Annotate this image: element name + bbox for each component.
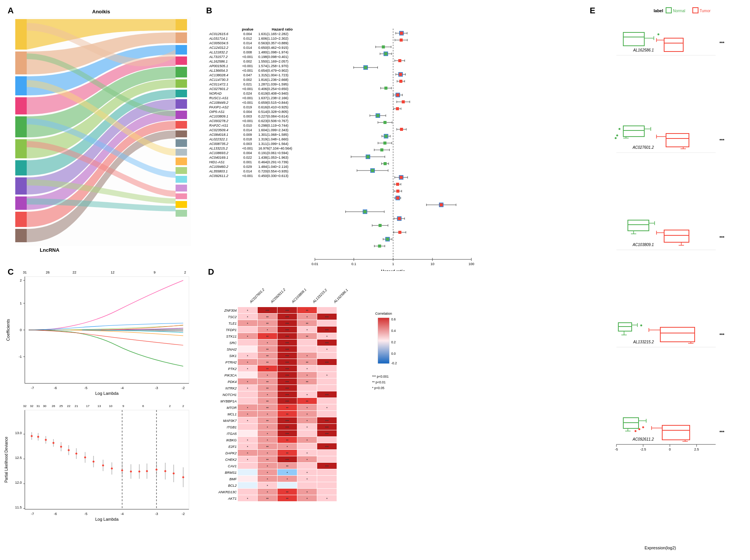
sig-text-17-4: *** [325, 419, 329, 423]
cell-22-4 [317, 450, 337, 456]
row-label-9: PTK2 [228, 367, 237, 371]
table-row: AC092611.2<0.0010.450(0.330~0.613) [208, 174, 307, 178]
bp2-t-box [666, 134, 689, 147]
table-row: AC040169.10.0221.438(1.053~1.963) [208, 155, 307, 160]
fp-point-17 [380, 148, 383, 151]
table-row: AL136654.3<0.0010.654(0.479~0.902) [208, 68, 307, 73]
cell-27-0 [238, 482, 257, 488]
sig-text-11-3: ** [306, 380, 308, 384]
row-label-2: TLE1 [228, 322, 237, 325]
fp-point-22 [396, 183, 399, 186]
bp5-t-out3 [635, 430, 637, 432]
panel-c-label: C [8, 267, 14, 277]
x-tick-label-m5: -5 [615, 447, 618, 451]
boxplot-ac092611: AC092611.2 * [615, 418, 725, 451]
e-legend-tumor-box [693, 8, 698, 13]
dp-3 [45, 439, 47, 441]
dev-x-tick-4: -4 [121, 512, 124, 516]
gene-label-5: AC092611.2 [632, 437, 654, 441]
sig-text-1-4: *** [325, 315, 329, 319]
forest-plot: 0.01 0.1 1 10 100 [307, 15, 584, 275]
sankey-right-nodes [176, 19, 187, 217]
sankey-left-nodes [15, 19, 27, 242]
sankey-node-8 [15, 177, 27, 195]
lncrna-label: LncRNA [40, 247, 60, 253]
sankey-rnode-10 [176, 121, 187, 129]
dev-x-tick-6: -2 [182, 512, 185, 516]
panel-a-svg: Anoikis LncRNA [4, 4, 198, 256]
fp-point-7 [399, 80, 402, 83]
table-row: AL121832.20.0081.480(1.098~1.974) [208, 50, 307, 55]
table-row: AC108693.20.0040.191(0.061~0.594) [208, 151, 307, 155]
cell-18-0 [238, 424, 257, 430]
sig-text-23-2: *** [285, 458, 289, 462]
fp-point-28 [379, 224, 382, 227]
gene-label-2: AC027601.2 [632, 145, 654, 150]
row-label-14: MYBBP1A [220, 399, 237, 403]
fp-point-26 [363, 210, 366, 213]
sig-text-1-1: ** [266, 315, 269, 319]
row-label-1: TSC2 [228, 315, 237, 319]
cell-26-4 [317, 476, 337, 482]
bp3-sig: *** [719, 235, 725, 240]
fp-point-14 [400, 128, 403, 131]
table-row: AC084018.10.0091.301(1.068~1.585) [208, 132, 307, 137]
d-num-1: 32 [23, 404, 27, 408]
sankey-rnode-17 [176, 185, 187, 191]
table-header-gene [208, 27, 238, 32]
sig-text-10-2: *** [285, 374, 289, 377]
legend-gradient [378, 318, 389, 364]
cell-12-4 [317, 385, 337, 391]
sig-text-14-1: ** [266, 400, 269, 403]
dp-16 [156, 469, 158, 471]
d-num-11: 10 [109, 404, 113, 408]
table-row: AC023509.40.0141.604(1.099~2.343) [208, 128, 307, 132]
sankey-node-11 [15, 229, 27, 242]
sig-text-12-1: ** [266, 387, 269, 390]
sig-text-11-1: ** [266, 380, 269, 384]
fp-point-21 [400, 176, 403, 179]
e-legend-title: label [653, 8, 663, 13]
table-row: AL355803.10.0140.720(0.554~0.935) [208, 169, 307, 174]
e-x-label: Expression(log2) [645, 546, 676, 550]
bp4-sig: *** [719, 333, 725, 337]
dp-11 [111, 468, 113, 470]
c-top-num-1: 31 [23, 270, 27, 274]
table-row: HID1-AS10.0010.464(0.291~0.739) [208, 160, 307, 164]
table-row: NORAD0.0240.619(0.408~0.940) [208, 91, 307, 96]
coef-y-label-2: 2 [20, 278, 22, 282]
table-row: AC093278.2<0.0010.623(0.506~0.767) [208, 119, 307, 123]
fp-point-29 [398, 231, 402, 234]
sig-text-28-2: ** [286, 491, 289, 494]
panel-d-svg: AC027601.2 AC092611.2 AC103809.1 AL13321… [204, 265, 464, 560]
coef-x-tick-2: -6 [54, 386, 57, 390]
bp1-sig: *** [719, 41, 725, 45]
sig-text-0-3: ** [306, 309, 308, 312]
bp3-n-box [628, 220, 649, 231]
table-row: RUSC1-AS1<0.0011.637(1.238~2.166) [208, 96, 307, 100]
c-top-num-5: 9 [153, 270, 155, 274]
sig-text-0-2: *** [285, 309, 289, 312]
dev-x-tick-5: -3 [155, 512, 158, 516]
cell-20-4 [317, 437, 337, 443]
e-legend-normal-box [666, 8, 671, 13]
row-label-4: STK11 [226, 335, 237, 338]
sig-legend-2: ** p<0.01 [372, 380, 385, 384]
cell-16-4 [317, 411, 337, 417]
sig-text-12-2: *** [285, 387, 289, 390]
sig-text-24-2: ** [286, 465, 289, 468]
coef-y-axis-label: Coefficients [6, 319, 10, 341]
bp2-n-out1 [619, 128, 621, 130]
d-num-9: 17 [86, 404, 90, 408]
row-label-20: IKBKG [226, 438, 237, 442]
d-num-14: 2 [169, 404, 171, 408]
fp-point-27 [398, 217, 401, 220]
panel-a-label: A [8, 6, 14, 16]
d-num-8: 21 [75, 404, 78, 408]
sig-text-6-1: ** [266, 348, 269, 351]
sankey-rnode-9 [176, 111, 187, 119]
e-legend-normal-label: Normal [673, 9, 685, 13]
cell-11-4 [317, 378, 337, 385]
dev-x-tick-1: -7 [31, 512, 34, 516]
dp-17 [165, 470, 166, 472]
